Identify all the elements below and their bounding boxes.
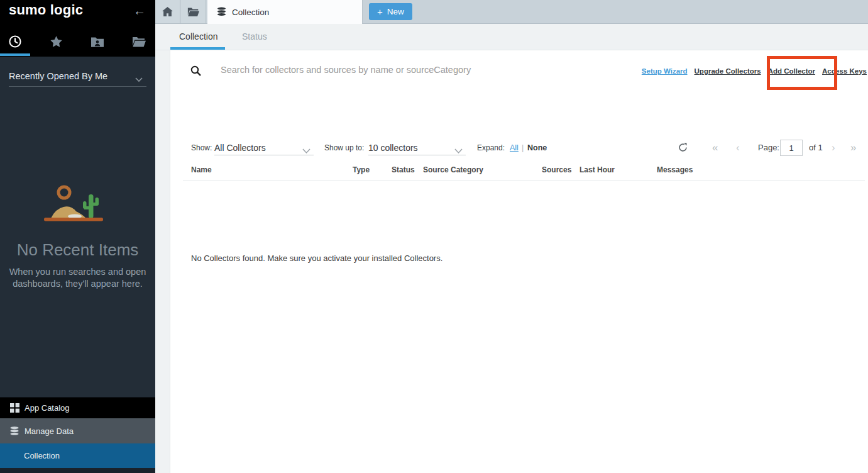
- desert-illustration: [43, 182, 112, 226]
- next-page-icon[interactable]: ›: [832, 138, 835, 158]
- recents-icon[interactable]: [8, 34, 23, 49]
- new-button[interactable]: + New: [369, 3, 412, 20]
- plus-icon: +: [377, 6, 383, 17]
- column-header-status[interactable]: Status: [392, 165, 415, 174]
- show-dropdown-underline: [214, 155, 314, 155]
- sidebar-bottom-strip: [0, 468, 155, 473]
- recent-items-dropdown-label: Recently Opened By Me: [9, 71, 107, 81]
- column-header-sources[interactable]: Sources: [542, 165, 571, 174]
- column-header-type[interactable]: Type: [353, 165, 370, 174]
- expand-divider: |: [522, 138, 524, 158]
- tab-title: Collection: [232, 8, 269, 17]
- add-collector-link[interactable]: Add Collector: [768, 67, 815, 75]
- sidebar-item-manage-data[interactable]: Manage Data: [0, 418, 155, 443]
- last-page-icon[interactable]: »: [850, 138, 856, 158]
- active-nav-indicator: [0, 53, 30, 56]
- setup-wizard-link[interactable]: Setup Wizard: [642, 67, 688, 75]
- shared-folder-icon[interactable]: [90, 34, 105, 49]
- no-recent-items-title: No Recent Items: [0, 240, 155, 260]
- database-icon: [9, 426, 19, 436]
- subtitle-line-2: dashboards, they'll appear here.: [0, 278, 155, 290]
- collapse-sidebar-icon[interactable]: ←: [133, 4, 146, 18]
- expand-none-link[interactable]: None: [527, 138, 547, 158]
- expand-all-link[interactable]: All: [510, 138, 519, 158]
- prev-page-icon[interactable]: ‹: [736, 138, 740, 158]
- page-of-label: of 1: [809, 138, 823, 158]
- no-recent-items-subtitle: When you run searches and open dashboard…: [0, 266, 155, 290]
- folder-icon: [187, 7, 199, 17]
- upgrade-collectors-link[interactable]: Upgrade Collectors: [695, 67, 761, 75]
- chevron-down-icon: [135, 74, 143, 84]
- favorites-icon[interactable]: [48, 34, 63, 49]
- sidebar-item-label: App Catalog: [25, 403, 70, 413]
- subtitle-line-1: When you run searches and open: [0, 266, 155, 278]
- table-header-divider: [183, 181, 865, 181]
- column-header-messages[interactable]: Messages: [657, 165, 693, 174]
- sidebar-header: sumo logic ←: [0, 0, 155, 57]
- tab-collection[interactable]: Collection: [179, 24, 217, 48]
- show-up-to-label: Show up to:: [324, 138, 364, 158]
- access-keys-link[interactable]: Access Keys: [822, 67, 867, 75]
- home-icon: [162, 7, 173, 16]
- ground-shape: [44, 218, 103, 221]
- toolbar-links: Setup Wizard Upgrade Collectors Add Coll…: [642, 67, 867, 75]
- sidebar: sumo logic ← Recently Opened By Me: [0, 0, 155, 473]
- sumo-logic-logo: sumo logic: [9, 2, 83, 18]
- column-header-last-hour[interactable]: Last Hour: [580, 165, 615, 174]
- top-tab-strip: Collection + New: [155, 0, 868, 24]
- show-label: Show:: [191, 138, 212, 158]
- recent-items-dropdown[interactable]: Recently Opened By Me: [9, 68, 146, 87]
- table-header-row: Name Type Status Source Category Sources…: [170, 165, 868, 181]
- first-page-icon[interactable]: «: [712, 138, 718, 158]
- page-label: Page:: [758, 138, 779, 158]
- collection-panel: Setup Wizard Upgrade Collectors Add Coll…: [170, 50, 868, 473]
- sidebar-item-collection[interactable]: Collection: [0, 443, 155, 468]
- sidebar-item-label: Collection: [24, 451, 60, 460]
- expand-label: Expand:: [477, 138, 505, 158]
- tab-status[interactable]: Status: [242, 24, 267, 48]
- new-button-label: New: [387, 7, 404, 16]
- grid-icon: [9, 403, 19, 413]
- column-header-name[interactable]: Name: [191, 165, 212, 174]
- sun-icon: [58, 187, 70, 198]
- secondary-tab-row: Collection Status: [155, 24, 868, 50]
- app-window: sumo logic ← Recently Opened By Me: [0, 0, 868, 473]
- sidebar-item-label: Manage Data: [25, 426, 74, 436]
- empty-table-message: No Collectors found. Make sure you activ…: [191, 253, 442, 263]
- page-number-input[interactable]: [780, 140, 803, 156]
- show-up-to-dropdown-underline: [368, 155, 466, 155]
- main-area: Collection + New Collection Status Setup…: [155, 0, 868, 473]
- search-icon: [190, 65, 201, 79]
- home-button[interactable]: [155, 0, 180, 23]
- column-header-source-category[interactable]: Source Category: [423, 165, 483, 174]
- filter-row: Show: All Collectors Show up to: 10 coll…: [170, 138, 868, 158]
- database-icon: [217, 7, 226, 17]
- tab-collection-window[interactable]: Collection: [207, 0, 363, 24]
- library-folder-icon[interactable]: [131, 34, 146, 49]
- sidebar-item-app-catalog[interactable]: App Catalog: [0, 397, 155, 418]
- library-button[interactable]: [181, 0, 206, 23]
- active-tab-indicator: [170, 47, 225, 50]
- search-input[interactable]: [221, 61, 610, 79]
- refresh-icon[interactable]: [678, 143, 688, 155]
